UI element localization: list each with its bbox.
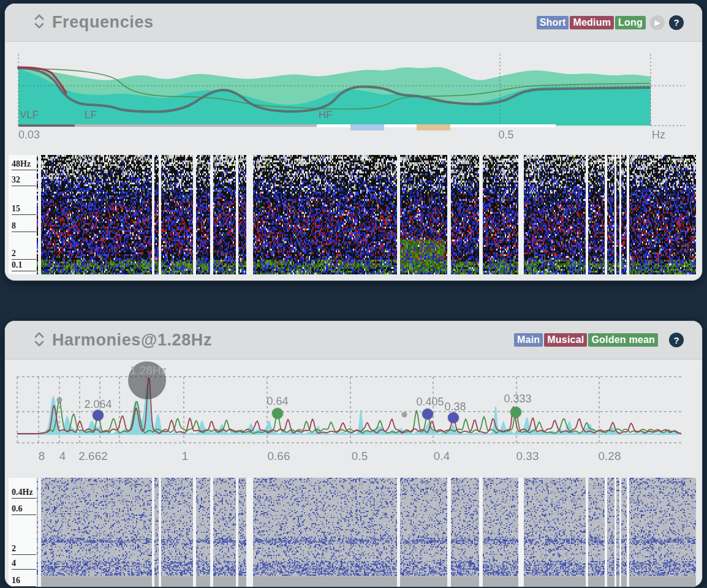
spectro-axis-label-48Hz: 48Hz: [12, 159, 36, 170]
minor-peak-dot[interactable]: [57, 398, 62, 402]
peak-label-0.64: 0.64: [267, 395, 288, 408]
panel-title: Harmonies@1.28Hz: [52, 331, 212, 350]
x-tick-label: 1: [182, 450, 189, 463]
peak-label-0.38: 0.38: [444, 401, 466, 413]
peak-marker-2.064[interactable]: [93, 410, 104, 421]
frequencies-spectrogram: [37, 155, 696, 274]
spectrogram-frequency-axis: 48Hz3215820.1: [9, 155, 37, 274]
x-tick-label: 8: [39, 450, 45, 463]
x-tick-label: 0.03: [18, 129, 40, 141]
spectro-axis-label-4: 4: [12, 559, 36, 570]
panel-title: Frequencies: [52, 13, 154, 32]
spectro-axis-label-0.4Hz: 0.4Hz: [12, 488, 36, 499]
band-label-lf: LF: [85, 109, 97, 121]
legend-chip-musical[interactable]: Musical: [544, 333, 587, 347]
spectro-axis-label-16: 16: [12, 576, 36, 587]
frequencies-legend: Short Medium Long ▶ ?: [535, 15, 684, 30]
legend-chip-medium[interactable]: Medium: [570, 16, 614, 29]
help-button[interactable]: ?: [669, 333, 684, 347]
harmonies-panel: Harmonies@1.28Hz Main Musical Golden mea…: [5, 321, 702, 587]
legend-chip-long[interactable]: Long: [615, 16, 646, 29]
peak-label-2.064: 2.064: [84, 398, 112, 411]
spectro-axis-label-2: 2: [12, 544, 36, 555]
band-label-vlf: VLF: [20, 109, 39, 121]
harmonies-spectrogram: [37, 478, 696, 587]
x-tick-label: 0.33: [516, 450, 539, 463]
range-chip-tan[interactable]: [417, 124, 450, 130]
frequencies-title-group: Frequencies: [34, 13, 154, 32]
spectro-axis-label-32: 32: [12, 175, 36, 186]
frequencies-chart: VLFLFHF0.030.5Hz: [5, 42, 702, 155]
minor-peak-dot[interactable]: [402, 412, 407, 417]
peak-marker-0.405[interactable]: [422, 409, 433, 420]
x-tick-label: 0.5: [352, 450, 368, 463]
spectro-axis-label-0.6: 0.6: [12, 504, 36, 515]
peak-marker-0.38[interactable]: [448, 412, 459, 423]
play-icon: ▶: [654, 18, 660, 27]
frequencies-header: Frequencies Short Medium Long ▶ ?: [5, 4, 702, 42]
frequencies-chart-overlays: VLFLFHF0.030.5Hz: [5, 42, 702, 155]
legend-chip-main[interactable]: Main: [514, 333, 543, 347]
x-tick-label: 0.4: [434, 450, 450, 463]
harmonies-legend: Main Musical Golden mean ?: [513, 333, 684, 347]
spectro-axis-label-2: 2: [12, 249, 36, 260]
harmonies-chart-overlays: 842.66210.660.50.40.330.282.0640.640.405…: [5, 360, 702, 474]
legend-chip-short[interactable]: Short: [537, 16, 569, 29]
play-button[interactable]: ▶: [650, 15, 665, 30]
spectro-axis-label-15: 15: [12, 204, 36, 215]
harmonies-title-group: Harmonies@1.28Hz: [34, 331, 212, 350]
spectro-axis-label-0.1: 0.1: [12, 260, 36, 271]
time-range-bar-gray[interactable]: [75, 124, 317, 127]
x-tick-label: Hz: [652, 129, 665, 141]
peak-label-0.405: 0.405: [416, 396, 444, 409]
harmonies-header: Harmonies@1.28Hz Main Musical Golden mea…: [5, 321, 702, 360]
spectro-axis-label-8: 8: [12, 221, 36, 232]
legend-chip-golden-mean[interactable]: Golden mean: [588, 333, 658, 347]
x-tick-label: 4: [59, 450, 66, 463]
x-tick-label: 0.5: [498, 129, 513, 141]
up-down-chevron-icon: [34, 331, 44, 349]
x-tick-label: 2.662: [78, 450, 108, 463]
peak-marker-0.333[interactable]: [510, 407, 521, 418]
up-down-chevron-icon: [34, 13, 44, 31]
selected-peak-label: 1.28Hz: [130, 364, 167, 377]
time-range-bar-dark[interactable]: [18, 124, 75, 127]
band-label-hf: HF: [319, 109, 333, 121]
spectrogram-frequency-axis: 0.4Hz0.62416: [9, 478, 37, 587]
harmonies-chart: 842.66210.660.50.40.330.282.0640.640.405…: [5, 360, 702, 474]
help-button[interactable]: ?: [669, 15, 684, 30]
peak-label-0.333: 0.333: [504, 393, 531, 405]
hrv-analysis-app: Frequencies Short Medium Long ▶ ? VLFLFH…: [0, 0, 707, 588]
collapse-toggle-button[interactable]: [34, 13, 44, 31]
frequencies-panel: Frequencies Short Medium Long ▶ ? VLFLFH…: [5, 4, 702, 281]
peak-marker-0.64[interactable]: [272, 408, 283, 419]
x-tick-label: 0.66: [268, 450, 290, 463]
collapse-toggle-button[interactable]: [34, 331, 44, 349]
range-chip-blue[interactable]: [350, 124, 384, 130]
x-tick-label: 0.28: [599, 450, 621, 463]
